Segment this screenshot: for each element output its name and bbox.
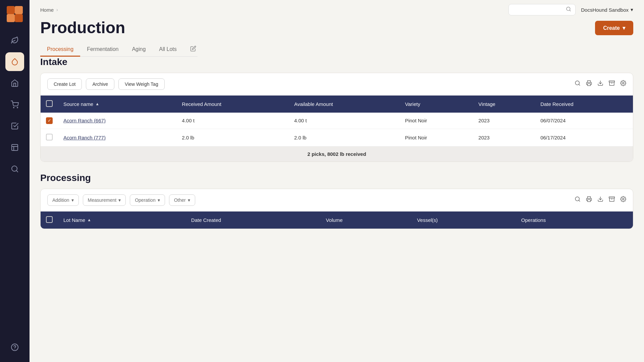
svg-point-26	[623, 198, 624, 200]
tab-fermentation[interactable]: Fermentation	[80, 43, 125, 57]
intake-toolbar-right	[575, 80, 626, 88]
tabs-edit-icon[interactable]	[189, 44, 198, 55]
tab-all-lots[interactable]: All Lots	[152, 43, 183, 57]
intake-header-variety[interactable]: Variety	[399, 96, 473, 113]
measurement-chevron-icon: ▾	[118, 197, 121, 203]
processing-header-date-created[interactable]: Date Created	[186, 212, 321, 229]
svg-rect-15	[588, 84, 591, 86]
intake-row-select-checkbox[interactable]	[46, 134, 53, 140]
workspace-chevron-icon: ▾	[631, 7, 633, 13]
processing-header-vessels[interactable]: Vessel(s)	[412, 212, 516, 229]
intake-select-all-checkbox[interactable]	[46, 100, 53, 107]
processing-toolbar-right	[575, 196, 626, 204]
processing-select-all-checkbox[interactable]	[46, 216, 53, 223]
sidebar-icon-building[interactable]	[5, 74, 24, 93]
intake-download-icon[interactable]	[597, 80, 603, 88]
tab-aging[interactable]: Aging	[125, 43, 152, 57]
processing-settings-icon[interactable]	[620, 196, 626, 204]
processing-section-title: Processing	[40, 173, 633, 183]
breadcrumb: Home ›	[40, 7, 58, 13]
svg-line-8	[16, 171, 18, 172]
processing-print-icon[interactable]	[586, 196, 592, 204]
tabs-nav: Processing Fermentation Aging All Lots	[40, 43, 198, 57]
addition-filter-button[interactable]: Addition ▾	[47, 194, 79, 206]
intake-row-available-amount: 4.00 t	[289, 113, 399, 129]
intake-header-available-amount[interactable]: Available Amount	[289, 96, 399, 113]
create-chevron-icon: ▾	[623, 25, 625, 31]
svg-line-14	[579, 84, 580, 85]
processing-archive-icon[interactable]	[609, 196, 615, 204]
view-weigh-tag-button[interactable]: View Weigh Tag	[118, 78, 165, 90]
create-button[interactable]: Create ▾	[595, 21, 633, 35]
tab-processing[interactable]: Processing	[40, 43, 80, 57]
processing-header-lot-name[interactable]: Lot Name ▲	[58, 212, 186, 229]
create-label: Create	[603, 25, 620, 31]
intake-settings-icon[interactable]	[620, 80, 626, 88]
breadcrumb-separator: ›	[56, 7, 58, 12]
topbar-right: DocsHound Sandbox ▾	[508, 4, 633, 15]
processing-search-icon[interactable]	[575, 196, 581, 204]
workspace-selector[interactable]: DocsHound Sandbox ▾	[581, 7, 633, 13]
intake-row-source-name[interactable]: Acorn Ranch (777)	[58, 129, 176, 146]
intake-table-row: Acorn Ranch (777) 2.0 lb 2.0 lb Pinot No…	[41, 129, 633, 146]
addition-chevron-icon: ▾	[71, 197, 74, 203]
intake-search-icon[interactable]	[575, 80, 581, 88]
intake-row-received-amount: 4.00 t	[176, 113, 289, 129]
intake-row-checkbox[interactable]	[41, 129, 58, 146]
page-title: Production	[40, 18, 198, 38]
svg-rect-0	[7, 6, 15, 14]
intake-print-icon[interactable]	[586, 80, 592, 88]
search-box[interactable]	[508, 4, 576, 15]
svg-rect-6	[12, 144, 18, 150]
sidebar-icon-dollar[interactable]	[5, 160, 24, 178]
intake-header-date-received[interactable]: Date Received	[535, 96, 633, 113]
lot-name-sort-icon: ▲	[87, 218, 91, 222]
sidebar-icon-basket[interactable]	[5, 95, 24, 114]
intake-row-variety: Pinot Noir	[399, 129, 473, 146]
processing-download-icon[interactable]	[597, 196, 603, 204]
svg-point-4	[13, 107, 14, 108]
sidebar-icon-task[interactable]	[5, 117, 24, 135]
intake-row-checkbox[interactable]: ✓	[41, 113, 58, 129]
intake-row-variety: Pinot Noir	[399, 113, 473, 129]
processing-header-checkbox[interactable]	[41, 212, 58, 229]
page-content: Production Processing Fermentation Aging…	[30, 15, 644, 362]
intake-header-received-amount[interactable]: Received Amount	[176, 96, 289, 113]
other-filter-button[interactable]: Other ▾	[169, 194, 195, 206]
svg-line-12	[570, 10, 571, 11]
create-lot-button[interactable]: Create Lot	[47, 78, 82, 90]
intake-header-source-name[interactable]: Source name ▲	[58, 96, 176, 113]
other-chevron-icon: ▾	[188, 197, 190, 203]
archive-button[interactable]: Archive	[86, 78, 114, 90]
breadcrumb-home[interactable]: Home	[40, 7, 54, 13]
sidebar-icon-leaf[interactable]	[5, 31, 24, 50]
search-input[interactable]	[513, 7, 563, 12]
intake-row-received-amount: 2.0 lb	[176, 129, 289, 146]
intake-row-select-checkbox[interactable]: ✓	[46, 117, 53, 124]
svg-rect-3	[15, 14, 23, 22]
processing-card: Addition ▾ Measurement ▾ Operation ▾ Oth…	[40, 189, 633, 229]
intake-archive-icon[interactable]	[609, 80, 615, 88]
app-logo[interactable]	[6, 5, 23, 23]
intake-toolbar: Create Lot Archive View Weigh Tag	[41, 73, 633, 96]
svg-rect-22	[588, 200, 591, 202]
intake-table-row: ✓ Acorn Ranch (667) 4.00 t 4.00 t Pinot …	[41, 113, 633, 129]
sidebar-icon-report[interactable]	[5, 138, 24, 157]
svg-rect-2	[7, 14, 15, 22]
processing-header-operations[interactable]: Operations	[516, 212, 633, 229]
main-content: Home › DocsHound Sandbox ▾ Production Pr…	[30, 0, 644, 362]
svg-rect-24	[609, 197, 615, 198]
operation-chevron-icon: ▾	[158, 197, 160, 203]
intake-table: Source name ▲ Received Amount Available …	[41, 96, 633, 162]
measurement-filter-button[interactable]: Measurement ▾	[83, 194, 126, 206]
processing-header-volume[interactable]: Volume	[321, 212, 412, 229]
intake-row-source-name[interactable]: Acorn Ranch (667)	[58, 113, 176, 129]
svg-rect-1	[15, 6, 23, 14]
intake-row-vintage: 2023	[473, 129, 535, 146]
intake-section-title: Intake	[40, 57, 633, 67]
sidebar-icon-drop[interactable]	[5, 52, 24, 71]
sidebar-icon-help[interactable]	[5, 338, 24, 357]
operation-filter-button[interactable]: Operation ▾	[130, 194, 165, 206]
intake-header-checkbox[interactable]	[41, 96, 58, 113]
intake-header-vintage[interactable]: Vintage	[473, 96, 535, 113]
